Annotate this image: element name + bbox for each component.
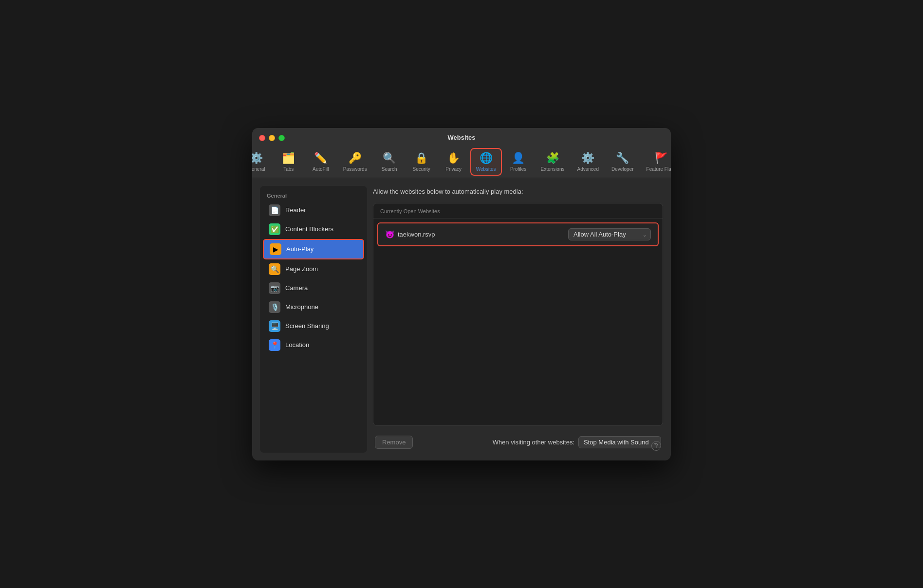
security-icon: 🔒 <box>415 152 428 165</box>
toolbar-label-advanced: Advanced <box>577 166 599 172</box>
sidebar-item-label-page-zoom: Page Zoom <box>285 265 318 273</box>
other-websites-label: When visiting other websites: <box>493 439 574 446</box>
content-area: General 📄Reader✅Content Blockers▶Auto-Pl… <box>252 178 671 460</box>
currently-open-header: Currently Open Websites <box>373 203 663 219</box>
websites-box: Currently Open Websites 😈 taekwon.rsvp A… <box>373 203 663 426</box>
sidebar-item-location[interactable]: 📍Location <box>263 336 364 354</box>
toolbar-label-feature-flags: Feature Flags <box>646 166 671 172</box>
toolbar-label-tabs: Tabs <box>283 166 294 172</box>
feature-flags-icon: 🚩 <box>655 152 668 165</box>
sidebar-item-camera[interactable]: 📷Camera <box>263 279 364 297</box>
toolbar: ⚙️General🗂️Tabs✏️AutoFill🔑Passwords🔍Sear… <box>252 146 671 178</box>
sidebar-item-label-microphone: Microphone <box>285 303 318 311</box>
toolbar-label-autofill: AutoFill <box>313 166 329 172</box>
toolbar-label-extensions: Extensions <box>541 166 565 172</box>
website-row: 😈 taekwon.rsvp Allow All Auto-PlayStop M… <box>377 222 659 246</box>
toolbar-label-privacy: Privacy <box>445 166 462 172</box>
main-panel: Allow the websites below to automaticall… <box>373 186 663 453</box>
toolbar-item-developer[interactable]: 🔧Developer <box>606 148 640 176</box>
sidebar-item-label-auto-play: Auto-Play <box>286 245 314 253</box>
panel-description: Allow the websites below to automaticall… <box>373 186 663 197</box>
autofill-icon: ✏️ <box>314 152 327 165</box>
camera-icon: 📷 <box>269 282 280 294</box>
profiles-icon: 👤 <box>512 152 525 165</box>
toolbar-item-autofill[interactable]: ✏️AutoFill <box>305 148 336 176</box>
toolbar-item-advanced[interactable]: ⚙️Advanced <box>572 148 605 176</box>
toolbar-label-passwords: Passwords <box>343 166 367 172</box>
toolbar-item-security[interactable]: 🔒Security <box>406 148 437 176</box>
toolbar-label-security: Security <box>413 166 430 172</box>
location-icon: 📍 <box>269 339 280 351</box>
developer-icon: 🔧 <box>616 152 629 165</box>
search-icon: 🔍 <box>383 152 396 165</box>
sidebar-item-label-reader: Reader <box>285 206 306 214</box>
page-zoom-icon: 🔍 <box>269 263 280 275</box>
toolbar-item-extensions[interactable]: 🧩Extensions <box>535 148 571 176</box>
extensions-icon: 🧩 <box>546 152 559 165</box>
sidebar: General 📄Reader✅Content Blockers▶Auto-Pl… <box>260 186 367 453</box>
window-title: Websites <box>448 134 476 141</box>
tabs-icon: 🗂️ <box>282 152 295 165</box>
toolbar-label-websites: Websites <box>476 166 496 172</box>
toolbar-item-general[interactable]: ⚙️General <box>252 148 272 176</box>
help-button[interactable]: ? <box>651 441 661 451</box>
toolbar-item-profiles[interactable]: 👤Profiles <box>503 148 534 176</box>
autoplay-dropdown-wrapper[interactable]: Allow All Auto-PlayStop Media with Sound… <box>568 228 651 240</box>
sidebar-item-auto-play[interactable]: ▶Auto-Play <box>263 239 364 259</box>
maximize-button[interactable] <box>278 135 285 141</box>
sidebar-item-label-location: Location <box>285 341 309 349</box>
website-favicon: 😈 <box>385 230 394 239</box>
bottom-bar: Remove When visiting other websites: Sto… <box>373 432 663 453</box>
auto-play-icon: ▶ <box>270 243 281 255</box>
remove-button[interactable]: Remove <box>375 436 413 449</box>
website-row-left: 😈 taekwon.rsvp <box>385 230 435 239</box>
other-websites-dropdown[interactable]: Stop Media with SoundAllow All Auto-Play… <box>578 436 661 448</box>
toolbar-item-websites[interactable]: 🌐Websites <box>470 148 502 176</box>
title-bar: Websites ⚙️General🗂️Tabs✏️AutoFill🔑Passw… <box>252 128 671 178</box>
advanced-icon: ⚙️ <box>581 152 594 165</box>
toolbar-label-profiles: Profiles <box>510 166 526 172</box>
general-icon: ⚙️ <box>252 152 263 165</box>
sidebar-item-label-content-blockers: Content Blockers <box>285 225 333 233</box>
websites-icon: 🌐 <box>480 152 493 165</box>
sidebar-item-label-screen-sharing: Screen Sharing <box>285 322 329 330</box>
traffic-lights <box>259 135 285 141</box>
toolbar-label-search: Search <box>382 166 397 172</box>
toolbar-item-feature-flags[interactable]: 🚩Feature Flags <box>641 148 671 176</box>
privacy-icon: ✋ <box>447 152 460 165</box>
toolbar-item-search[interactable]: 🔍Search <box>374 148 405 176</box>
close-button[interactable] <box>259 135 265 141</box>
sidebar-item-microphone[interactable]: 🎙️Microphone <box>263 298 364 316</box>
sidebar-item-screen-sharing[interactable]: 🖥️Screen Sharing <box>263 317 364 335</box>
passwords-icon: 🔑 <box>349 152 362 165</box>
toolbar-item-tabs[interactable]: 🗂️Tabs <box>273 148 304 176</box>
toolbar-label-general: General <box>252 166 265 172</box>
settings-window: Websites ⚙️General🗂️Tabs✏️AutoFill🔑Passw… <box>252 128 671 460</box>
autoplay-dropdown[interactable]: Allow All Auto-PlayStop Media with Sound… <box>568 228 651 240</box>
minimize-button[interactable] <box>269 135 275 141</box>
toolbar-item-privacy[interactable]: ✋Privacy <box>438 148 469 176</box>
sidebar-item-label-camera: Camera <box>285 284 308 292</box>
screen-sharing-icon: 🖥️ <box>269 320 280 332</box>
website-url: taekwon.rsvp <box>398 231 435 238</box>
sidebar-item-page-zoom[interactable]: 🔍Page Zoom <box>263 260 364 278</box>
sidebar-item-reader[interactable]: 📄Reader <box>263 201 364 220</box>
content-blockers-icon: ✅ <box>269 223 280 235</box>
sidebar-section-header: General <box>260 190 367 201</box>
sidebar-item-content-blockers[interactable]: ✅Content Blockers <box>263 220 364 239</box>
reader-icon: 📄 <box>269 204 280 216</box>
other-websites-section: When visiting other websites: Stop Media… <box>493 436 661 448</box>
microphone-icon: 🎙️ <box>269 301 280 313</box>
toolbar-item-passwords[interactable]: 🔑Passwords <box>337 148 373 176</box>
toolbar-label-developer: Developer <box>611 166 634 172</box>
other-websites-dropdown-wrapper[interactable]: Stop Media with SoundAllow All Auto-Play… <box>578 436 661 448</box>
